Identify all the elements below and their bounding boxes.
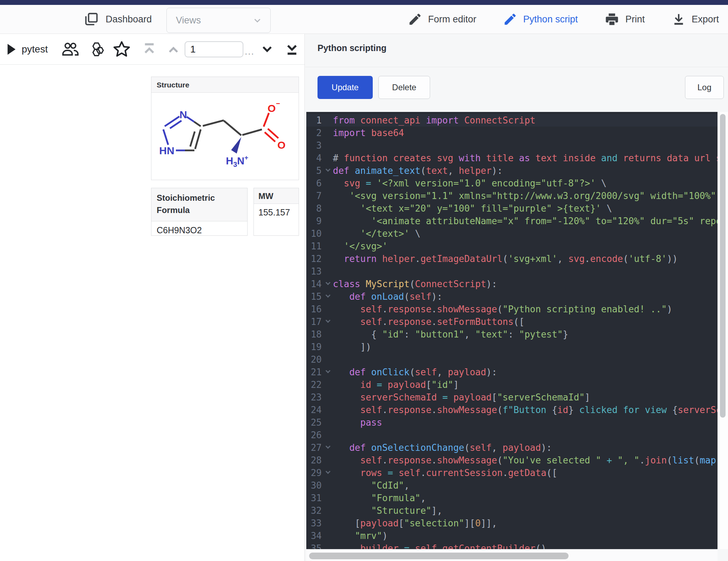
line-number: 8 bbox=[306, 202, 323, 215]
line-number: 10 bbox=[306, 227, 323, 240]
grid-panel: pytest ... bbox=[0, 34, 305, 561]
code-line[interactable]: 6 svg = '<?xml version="1.0" encoding="u… bbox=[306, 177, 718, 190]
line-number: 6 bbox=[306, 177, 323, 190]
fold-gutter bbox=[323, 492, 333, 504]
fold-chevron-icon[interactable] bbox=[323, 278, 333, 290]
code-line[interactable]: 14class MyScript(ConnectScript): bbox=[306, 278, 718, 290]
line-number: 4 bbox=[306, 152, 323, 164]
code-line[interactable]: 19 ]) bbox=[306, 341, 718, 353]
code-text: builder = self.getContentBuilder() bbox=[333, 542, 547, 549]
line-number: 23 bbox=[306, 391, 323, 404]
fold-gutter bbox=[323, 215, 333, 227]
code-line[interactable]: 20 bbox=[306, 353, 718, 366]
code-line[interactable]: 3 bbox=[306, 139, 718, 152]
line-number: 21 bbox=[306, 366, 323, 378]
export-button[interactable]: Export bbox=[671, 12, 719, 27]
dashboard-icon bbox=[83, 11, 99, 27]
fold-chevron-icon[interactable] bbox=[323, 290, 333, 303]
code-line[interactable]: 9 '<animate attributeName="x" from="-120… bbox=[306, 215, 718, 227]
structures-icon[interactable] bbox=[89, 41, 106, 58]
formula-field-value[interactable]: C6H9N3O2 bbox=[151, 221, 247, 239]
line-number: 13 bbox=[306, 265, 323, 278]
line-number: 12 bbox=[306, 253, 323, 265]
code-line[interactable]: 31 "Formula", bbox=[306, 492, 718, 504]
previous-row-icon[interactable] bbox=[166, 42, 181, 57]
code-line[interactable]: 28 self.response.showMessage("You've sel… bbox=[306, 454, 718, 467]
code-line[interactable]: 15 def onLoad(self): bbox=[306, 290, 718, 303]
form-editor-button[interactable]: Form editor bbox=[408, 12, 476, 27]
code-line[interactable]: 13 bbox=[306, 265, 718, 278]
code-line[interactable]: 18 { "id": "button1", "text": "pytest"} bbox=[306, 328, 718, 341]
next-row-icon[interactable] bbox=[259, 42, 275, 57]
fold-gutter bbox=[323, 253, 333, 265]
fold-chevron-icon[interactable] bbox=[323, 315, 333, 328]
line-number: 5 bbox=[306, 164, 323, 177]
horizontal-scrollbar-thumb[interactable] bbox=[309, 553, 569, 559]
code-line[interactable]: 32 "Structure"], bbox=[306, 504, 718, 517]
code-line[interactable]: 35 builder = self.getContentBuilder() bbox=[306, 542, 718, 549]
code-text: '<animate attributeName="x" from="-120%"… bbox=[333, 215, 718, 227]
delete-button[interactable]: Delete bbox=[378, 76, 430, 99]
code-text: "Formula", bbox=[333, 492, 426, 504]
code-text: def onClick(self, payload): bbox=[333, 366, 497, 378]
python-code-editor[interactable]: 1from connect_api import ConnectScript2i… bbox=[306, 112, 718, 549]
fold-gutter bbox=[323, 240, 333, 253]
code-line[interactable]: 34 "mrv") bbox=[306, 530, 718, 542]
print-button[interactable]: Print bbox=[604, 12, 645, 27]
molecule-structure-image[interactable]: N HN O − O H3N+ bbox=[151, 93, 299, 180]
run-script-label[interactable]: pytest bbox=[22, 44, 48, 55]
code-line[interactable]: 5def animate_text(text, helper): bbox=[306, 164, 718, 177]
wedge-bond bbox=[231, 137, 241, 154]
run-script-icon[interactable] bbox=[6, 43, 17, 55]
editor-vertical-scrollbar[interactable] bbox=[718, 112, 728, 549]
code-line[interactable]: 25 pass bbox=[306, 416, 718, 429]
code-line[interactable]: 2import base64 bbox=[306, 127, 718, 139]
code-line[interactable]: 21 def onClick(self, payload): bbox=[306, 366, 718, 378]
code-line[interactable]: 22 id = payload["id"] bbox=[306, 378, 718, 391]
code-line[interactable]: 24 self.response.showMessage(f"Button {i… bbox=[306, 404, 718, 416]
favorite-star-icon[interactable] bbox=[113, 41, 131, 58]
code-line[interactable]: 11 '</svg>' bbox=[306, 240, 718, 253]
code-line[interactable]: 29 rows = self.currentSession.getData([ bbox=[306, 467, 718, 479]
code-line[interactable]: 16 self.response.showMessage("Python scr… bbox=[306, 303, 718, 315]
dashboard-button[interactable]: Dashboard bbox=[83, 5, 152, 34]
fold-chevron-icon[interactable] bbox=[323, 164, 333, 177]
line-number: 29 bbox=[306, 467, 323, 479]
code-line[interactable]: 27 def onSelectionChange(self, payload): bbox=[306, 441, 718, 454]
update-button[interactable]: Update bbox=[317, 76, 373, 99]
code-line[interactable]: 23 serverSchemaId = payload["serverSchem… bbox=[306, 391, 718, 404]
code-line[interactable]: 8 '<text x="20" y="100" fill="purple" >{… bbox=[306, 202, 718, 215]
fold-gutter bbox=[323, 328, 333, 341]
log-button[interactable]: Log bbox=[685, 76, 724, 99]
fold-chevron-icon[interactable] bbox=[323, 441, 333, 454]
users-icon[interactable] bbox=[62, 41, 80, 57]
line-number: 11 bbox=[306, 240, 323, 253]
code-line[interactable]: 12 return helper.getImageDataUrl('svg+xm… bbox=[306, 253, 718, 265]
views-dropdown[interactable]: Views bbox=[166, 8, 271, 33]
code-line[interactable]: 33 [payload["selection"][0]], bbox=[306, 517, 718, 530]
code-text: from connect_api import ConnectScript bbox=[333, 114, 535, 127]
vertical-scrollbar-thumb[interactable] bbox=[720, 114, 726, 418]
fold-chevron-icon[interactable] bbox=[323, 467, 333, 479]
last-row-icon[interactable] bbox=[284, 41, 300, 57]
code-line[interactable]: 7 '<svg version="1.1" xmlns="http://www.… bbox=[306, 190, 718, 202]
code-line[interactable]: 10 '</text>' \ bbox=[306, 227, 718, 240]
editor-horizontal-scrollbar[interactable] bbox=[306, 551, 718, 561]
panel-divider bbox=[305, 67, 728, 67]
code-line[interactable]: 30 "CdId", bbox=[306, 479, 718, 492]
code-line[interactable]: 1from connect_api import ConnectScript bbox=[306, 114, 718, 127]
row-number-input[interactable] bbox=[185, 41, 243, 57]
first-row-icon[interactable] bbox=[141, 41, 157, 57]
mw-field-value[interactable]: 155.157 bbox=[254, 204, 299, 221]
formula-field-title: Stoichiometric Formula bbox=[151, 188, 247, 221]
python-scripting-panel: Python scripting Update Delete Log 1from… bbox=[305, 34, 728, 561]
fold-gutter bbox=[323, 353, 333, 366]
code-line[interactable]: 17 self.response.setFormButtons([ bbox=[306, 315, 718, 328]
python-script-button[interactable]: Python script bbox=[503, 12, 578, 27]
code-line[interactable]: 26 bbox=[306, 429, 718, 441]
line-number: 35 bbox=[306, 542, 323, 549]
atom-label-hn: HN bbox=[159, 145, 174, 156]
fold-chevron-icon[interactable] bbox=[323, 366, 333, 378]
line-number: 31 bbox=[306, 492, 323, 504]
code-line[interactable]: 4# function creates svg with title as te… bbox=[306, 152, 718, 164]
